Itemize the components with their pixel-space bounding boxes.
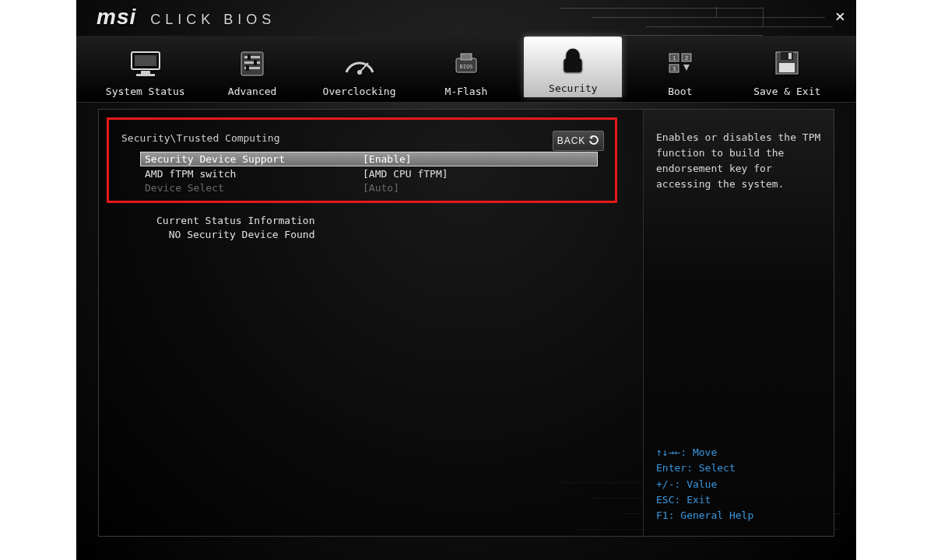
svg-rect-2 bbox=[141, 71, 150, 74]
help-pane: Enables or disables the TPM function to … bbox=[643, 110, 834, 536]
usb-chip-icon: BIOS bbox=[443, 47, 490, 81]
setting-device-select: Device Select [Auto] bbox=[140, 180, 598, 194]
settings-list: Security Device Support [Enable] AMD fTP… bbox=[140, 152, 598, 194]
tab-label: Overclocking bbox=[323, 86, 396, 97]
brand-bar: msi CLICK BIOS bbox=[76, 0, 856, 31]
help-key-help: F1: General Help bbox=[656, 508, 821, 523]
status-line: NO Security Device Found bbox=[156, 228, 315, 242]
svg-rect-27 bbox=[779, 63, 795, 72]
help-keys: ↑↓→←: Move Enter: Select +/-: Value ESC:… bbox=[656, 445, 821, 523]
bios-window: msi CLICK BIOS × System Status Advanced … bbox=[76, 0, 856, 560]
setting-value: [Auto] bbox=[363, 182, 399, 194]
tab-label: System Status bbox=[106, 86, 185, 97]
setting-name: Security Device Support bbox=[145, 153, 363, 165]
back-label: BACK bbox=[557, 135, 586, 146]
status-heading: Current Status Information bbox=[156, 214, 315, 228]
tab-strip: System Status Advanced Overclocking BIOS… bbox=[76, 36, 856, 103]
svg-rect-5 bbox=[244, 56, 260, 58]
floppy-icon bbox=[764, 47, 810, 81]
setting-name: AMD fTPM switch bbox=[145, 168, 363, 180]
tab-label: Save & Exit bbox=[753, 86, 820, 97]
tab-system-status[interactable]: System Status bbox=[97, 35, 195, 97]
product-name: CLICK BIOS bbox=[150, 12, 276, 30]
tab-overclocking[interactable]: Overclocking bbox=[311, 35, 409, 97]
svg-text:3: 3 bbox=[672, 66, 676, 72]
help-key-move: ↑↓→←: Move bbox=[656, 445, 821, 460]
setting-value: [AMD CPU fTPM] bbox=[363, 168, 448, 180]
back-button[interactable]: BACK bbox=[553, 131, 604, 151]
tab-label: Boot bbox=[668, 86, 692, 97]
svg-rect-1 bbox=[135, 55, 156, 66]
settings-pane: Security\Trusted Computing BACK Security… bbox=[99, 110, 643, 536]
setting-security-device-support[interactable]: Security Device Support [Enable] bbox=[140, 152, 598, 166]
help-key-select: Enter: Select bbox=[656, 460, 821, 476]
svg-rect-14 bbox=[461, 54, 472, 60]
svg-rect-17 bbox=[571, 64, 574, 68]
svg-text:2: 2 bbox=[685, 55, 688, 61]
breadcrumb: Security\Trusted Computing bbox=[121, 132, 606, 144]
status-block: Current Status Information NO Security D… bbox=[156, 214, 315, 242]
svg-rect-6 bbox=[244, 61, 260, 64]
svg-text:1: 1 bbox=[672, 55, 676, 61]
svg-rect-8 bbox=[248, 54, 251, 60]
help-key-value: +/-: Value bbox=[656, 477, 821, 492]
svg-rect-3 bbox=[136, 74, 155, 76]
help-key-exit: ESC: Exit bbox=[656, 492, 821, 508]
tab-boot[interactable]: 123 Boot bbox=[631, 35, 729, 97]
setting-amd-ftpm-switch[interactable]: AMD fTPM switch [AMD CPU fTPM] bbox=[140, 166, 598, 180]
msi-logo: msi bbox=[97, 5, 136, 30]
tab-save-exit[interactable]: Save & Exit bbox=[738, 35, 836, 97]
undo-arrow-icon bbox=[588, 135, 599, 148]
tab-advanced[interactable]: Advanced bbox=[203, 35, 301, 97]
setting-name: Device Select bbox=[145, 182, 363, 194]
svg-rect-10 bbox=[246, 65, 249, 71]
tab-label: M-Flash bbox=[445, 86, 488, 97]
gauge-icon bbox=[336, 47, 383, 81]
setting-value: [Enable] bbox=[363, 153, 412, 165]
tab-security[interactable]: Security bbox=[524, 37, 622, 97]
svg-rect-9 bbox=[254, 60, 257, 65]
svg-rect-26 bbox=[788, 53, 792, 59]
main-frame: Security\Trusted Computing BACK Security… bbox=[98, 109, 834, 537]
sliders-icon bbox=[229, 47, 276, 81]
close-button[interactable]: × bbox=[835, 6, 845, 26]
tab-label: Advanced bbox=[228, 86, 277, 97]
tab-label: Security bbox=[549, 82, 598, 94]
svg-text:BIOS: BIOS bbox=[460, 64, 473, 70]
tab-mflash[interactable]: BIOS M-Flash bbox=[417, 35, 515, 97]
boot-order-icon: 123 bbox=[657, 47, 704, 81]
monitor-icon bbox=[122, 47, 169, 81]
highlight-box: Security\Trusted Computing BACK Security… bbox=[107, 117, 617, 203]
lock-icon bbox=[550, 44, 596, 78]
help-description: Enables or disables the TPM function to … bbox=[656, 130, 821, 239]
